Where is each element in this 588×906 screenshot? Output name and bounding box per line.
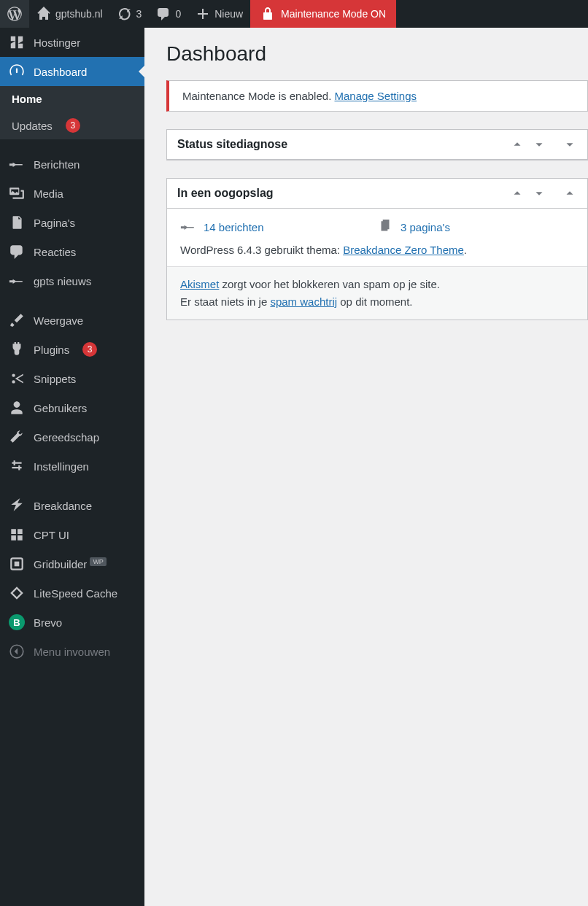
toggle-button[interactable] (562, 137, 577, 152)
media-icon (9, 185, 25, 201)
new-content-link[interactable]: Nieuw (188, 0, 250, 28)
pin-icon (9, 156, 25, 172)
toggle-button[interactable] (562, 186, 577, 201)
sidebar-label: Hostinger (34, 36, 80, 49)
page-title: Dashboard (166, 42, 588, 66)
move-down-button[interactable] (532, 137, 546, 152)
sidebar-item-breakdance[interactable]: Breakdance (0, 491, 144, 520)
sidebar-item-berichten[interactable]: Berichten (0, 150, 144, 179)
sidebar-subitem-updates[interactable]: Updates 3 (0, 112, 144, 139)
maintenance-label: Maintenance Mode ON (281, 8, 386, 20)
collapse-icon (9, 643, 25, 659)
maintenance-mode-indicator[interactable]: Maintenance Mode ON (250, 0, 396, 28)
plugins-badge: 3 (82, 342, 97, 357)
sidebar-item-reacties[interactable]: Reacties (0, 237, 144, 266)
sidebar-subitem-home[interactable]: Home (0, 86, 144, 112)
wp-logo[interactable] (0, 0, 29, 28)
sidebar-item-weergave[interactable]: Weergave (0, 306, 144, 335)
pages-icon (377, 219, 393, 235)
sidebar-item-paginas[interactable]: Pagina's (0, 208, 144, 237)
sidebar-item-cpt-ui[interactable]: CPT UI (0, 520, 144, 549)
akismet-footer: Akismet zorgt voor het blokkeren van spa… (167, 266, 587, 320)
breakdance-icon (9, 497, 25, 514)
posts-link[interactable]: 14 berichten (204, 221, 264, 233)
sidebar-item-dashboard[interactable]: Dashboard (0, 57, 144, 86)
sidebar-item-litespeed[interactable]: LiteSpeed Cache (0, 578, 144, 608)
postbox-title: In een oogopslag (177, 187, 274, 200)
dashboard-icon (9, 63, 25, 80)
move-up-button[interactable] (510, 137, 525, 152)
sidebar-label: Instellingen (34, 460, 89, 473)
page-icon (9, 214, 25, 231)
sidebar-item-hostinger[interactable]: Hostinger (0, 28, 144, 57)
menu-separator (0, 481, 144, 491)
settings-icon (9, 458, 25, 474)
admin-bar: gptshub.nl 3 0 Nieuw Maintenance Mode ON (0, 0, 588, 28)
sidebar-item-brevo[interactable]: B Brevo (0, 608, 144, 637)
akismet-text: zorgt voor het blokkeren van spam op je … (219, 278, 440, 290)
glance-posts: 14 berichten (180, 219, 377, 235)
wp-version-text: WordPress 6.4.3 gebruikt thema: (180, 244, 343, 256)
sidebar-label: Gereedschap (34, 431, 99, 444)
sidebar-label: Weergave (34, 314, 83, 327)
sidebar-item-instellingen[interactable]: Instellingen (0, 452, 144, 481)
wp-badge: WP (90, 557, 107, 566)
postbox-title: Status sitediagnose (177, 138, 287, 151)
sidebar-label: CPT UI (34, 529, 69, 541)
sidebar-label: Gridbuilder (34, 558, 87, 570)
comments-count-text: 0 (175, 8, 181, 20)
gridbuilder-icon (9, 556, 25, 572)
sidebar-label: Reacties (34, 246, 76, 258)
pages-link[interactable]: 3 pagina's (401, 221, 450, 233)
sidebar-label: Gebruikers (34, 402, 87, 414)
sidebar-label: Snippets (34, 373, 76, 385)
sidebar-label: gpts nieuws (34, 275, 91, 287)
menu-separator (0, 295, 144, 306)
sidebar-label: Dashboard (34, 66, 87, 78)
plugin-icon (9, 341, 25, 357)
sidebar-label: Pagina's (34, 217, 75, 229)
maintenance-notice: Maintenance Mode is enabled. Manage Sett… (166, 80, 588, 112)
sidebar-item-media[interactable]: Media (0, 179, 144, 208)
manage-settings-link[interactable]: Manage Settings (334, 90, 417, 102)
site-name-link[interactable]: gptshub.nl (29, 0, 110, 28)
theme-link[interactable]: Breakdance Zero Theme (343, 244, 464, 256)
akismet-link[interactable]: Akismet (180, 278, 219, 290)
grid-icon (9, 527, 25, 543)
sidebar-item-gebruikers[interactable]: Gebruikers (0, 393, 144, 422)
sidebar-label: Plugins (34, 344, 69, 356)
admin-sidebar: Hostinger Dashboard Home Updates 3 Beric… (0, 28, 144, 906)
glance-body: 14 berichten 3 pagina's WordPress 6.4.3 … (167, 209, 587, 266)
sidebar-collapse[interactable]: Menu invouwen (0, 637, 144, 666)
users-icon (9, 400, 25, 416)
postbox-sitediagnose: Status sitediagnose (166, 129, 588, 160)
sidebar-item-gereedschap[interactable]: Gereedschap (0, 422, 144, 452)
spam-prefix: Er staat niets in je (180, 295, 270, 308)
spam-link[interactable]: spam wachtrij (270, 295, 337, 308)
glance-pages: 3 pagina's (377, 219, 574, 235)
glance-row: 14 berichten 3 pagina's (180, 219, 574, 235)
lock-icon (260, 7, 275, 21)
wp-version: WordPress 6.4.3 gebruikt thema: Breakdan… (180, 244, 574, 256)
plus-icon (196, 7, 210, 21)
sidebar-label: Media (34, 187, 63, 200)
litespeed-icon (9, 585, 25, 601)
dashboard-submenu: Home Updates 3 (0, 86, 144, 139)
updates-link[interactable]: 3 (110, 0, 150, 28)
comments-link[interactable]: 0 (149, 0, 188, 28)
move-up-button[interactable] (510, 186, 525, 201)
sidebar-item-plugins[interactable]: Plugins 3 (0, 335, 144, 364)
sidebar-item-snippets[interactable]: Snippets (0, 364, 144, 393)
handle-actions (510, 186, 577, 201)
sidebar-label: LiteSpeed Cache (34, 587, 117, 600)
updates-count-text: 3 (136, 8, 142, 20)
updates-badge: 3 (66, 118, 80, 133)
sidebar-item-gpts-nieuws[interactable]: gpts nieuws (0, 266, 144, 295)
move-down-button[interactable] (532, 186, 546, 201)
postbox-header[interactable]: Status sitediagnose (167, 130, 587, 160)
sidebar-item-gridbuilder[interactable]: GridbuilderWP (0, 549, 144, 578)
scissors-icon (9, 371, 25, 387)
postbox-header[interactable]: In een oogopslag (167, 179, 587, 209)
pin-icon (180, 219, 196, 235)
sidebar-label: Updates (12, 120, 53, 132)
